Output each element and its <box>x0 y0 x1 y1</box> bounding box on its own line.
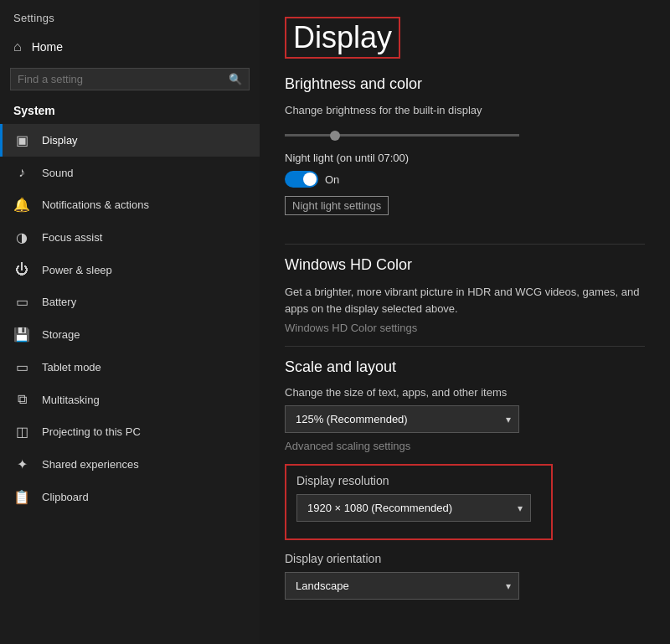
projecting-icon: ◫ <box>13 424 30 440</box>
sound-label: Sound <box>42 167 74 179</box>
scale-dropdown[interactable]: 100% 125% (Recommended) 150% 175% <box>285 405 519 433</box>
sound-icon: ♪ <box>13 165 30 180</box>
search-icon: 🔍 <box>229 73 242 85</box>
sidebar: Settings ⌂ Home 🔍 System ▣ Display ♪ Sou… <box>0 0 260 644</box>
sidebar-item-tablet[interactable]: ▭ Tablet mode <box>0 351 260 384</box>
power-icon: ⏻ <box>13 262 30 277</box>
home-label: Home <box>32 40 63 54</box>
multitasking-icon: ⧉ <box>13 392 30 407</box>
sidebar-item-projecting[interactable]: ◫ Projecting to this PC <box>0 415 260 448</box>
clipboard-icon: 📋 <box>13 489 30 505</box>
settings-title: Settings <box>0 0 260 31</box>
resolution-section: Display resolution 1920 × 1080 (Recommen… <box>285 464 553 540</box>
scale-desc: Change the size of text, apps, and other… <box>285 386 645 399</box>
notifications-icon: 🔔 <box>13 197 30 213</box>
brightness-section-title: Brightness and color <box>285 75 645 93</box>
projecting-label: Projecting to this PC <box>42 425 141 438</box>
hd-color-desc: Get a brighter, more vibrant picture in … <box>285 284 645 317</box>
sidebar-item-shared[interactable]: ✦ Shared experiences <box>0 448 260 481</box>
focus-icon: ◑ <box>13 229 30 245</box>
night-light-toggle-label: On <box>325 173 339 186</box>
sidebar-item-battery[interactable]: ▭ Battery <box>0 286 260 318</box>
sidebar-item-storage[interactable]: 💾 Storage <box>0 318 260 351</box>
brightness-slider[interactable] <box>285 134 519 137</box>
page-title: Display <box>293 20 392 55</box>
main-content: Display Brightness and color Change brig… <box>260 0 670 644</box>
hd-color-settings-link: Windows HD Color settings <box>285 322 645 334</box>
clipboard-label: Clipboard <box>42 491 89 503</box>
hd-color-title: Windows HD Color <box>285 256 645 274</box>
divider-1 <box>285 244 645 245</box>
resolution-label: Display resolution <box>296 474 541 487</box>
search-bar[interactable]: 🔍 <box>10 68 250 90</box>
sidebar-item-notifications[interactable]: 🔔 Notifications & actions <box>0 188 260 221</box>
orientation-dropdown-wrap: Landscape Portrait Landscape (flipped) P… <box>285 572 519 600</box>
battery-icon: ▭ <box>13 294 30 310</box>
sidebar-item-sound[interactable]: ♪ Sound <box>0 157 260 188</box>
multitasking-label: Multitasking <box>42 394 100 406</box>
display-label: Display <box>42 134 78 147</box>
home-nav-item[interactable]: ⌂ Home <box>0 31 260 63</box>
shared-icon: ✦ <box>13 456 30 472</box>
sidebar-item-power[interactable]: ⏻ Power & sleep <box>0 254 260 286</box>
search-input[interactable] <box>18 73 224 85</box>
sidebar-item-display[interactable]: ▣ Display <box>0 124 260 157</box>
storage-label: Storage <box>42 328 80 341</box>
night-light-settings-link[interactable]: Night light settings <box>285 196 389 215</box>
orientation-dropdown[interactable]: Landscape Portrait Landscape (flipped) P… <box>285 572 519 600</box>
sidebar-item-focus[interactable]: ◑ Focus assist <box>0 221 260 254</box>
advanced-scaling-link: Advanced scaling settings <box>285 440 645 452</box>
scale-dropdown-wrap: 100% 125% (Recommended) 150% 175% ▾ <box>285 405 519 433</box>
power-label: Power & sleep <box>42 264 112 276</box>
shared-label: Shared experiences <box>42 458 139 471</box>
night-light-row: Night light (on until 07:00) <box>285 152 645 164</box>
storage-icon: 💾 <box>13 327 30 343</box>
divider-2 <box>285 346 645 347</box>
night-light-toggle[interactable] <box>285 171 318 188</box>
night-light-label: Night light (on until 07:00) <box>285 152 409 164</box>
night-light-toggle-wrap: On <box>285 171 645 188</box>
resolution-dropdown[interactable]: 1920 × 1080 (Recommended) 1680 × 1050 14… <box>296 494 531 522</box>
focus-label: Focus assist <box>42 231 102 244</box>
brightness-label: Change brightness for the built-in displ… <box>285 103 645 118</box>
notifications-label: Notifications & actions <box>42 198 149 211</box>
home-icon: ⌂ <box>13 39 22 54</box>
sidebar-item-clipboard[interactable]: 📋 Clipboard <box>0 481 260 513</box>
system-label: System <box>0 99 260 124</box>
display-icon: ▣ <box>13 132 30 148</box>
sidebar-item-multitasking[interactable]: ⧉ Multitasking <box>0 384 260 415</box>
scale-section-title: Scale and layout <box>285 358 645 376</box>
brightness-slider-wrap[interactable] <box>285 125 519 140</box>
tablet-icon: ▭ <box>13 359 30 375</box>
battery-label: Battery <box>42 296 76 308</box>
orientation-label: Display orientation <box>285 552 645 565</box>
tablet-label: Tablet mode <box>42 361 101 374</box>
resolution-dropdown-wrap: 1920 × 1080 (Recommended) 1680 × 1050 14… <box>296 494 531 522</box>
